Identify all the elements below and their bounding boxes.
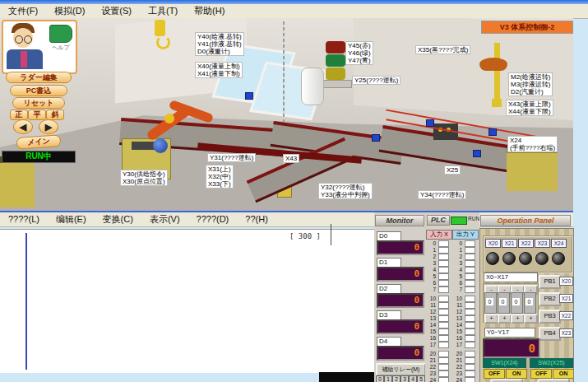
menu-item[interactable]: ????(D) (188, 212, 238, 226)
menu-item[interactable]: 帮助(H) (186, 4, 233, 18)
digit-plus-button[interactable]: + (524, 314, 538, 324)
crane-hook-icon (492, 99, 502, 107)
digit-switch-value: 0 (525, 298, 533, 305)
blue-marker (488, 128, 497, 136)
plc-x-number: 0 (426, 240, 436, 246)
push-button[interactable]: PB1 (539, 275, 561, 289)
digit-plus-button[interactable]: + (484, 314, 498, 324)
menu-item[interactable]: ????(L) (0, 212, 48, 226)
monitor-page-tab[interactable]: 0 (376, 375, 384, 382)
menu-item[interactable]: 工具(T) (140, 4, 186, 18)
left-panel-button[interactable]: リセット (12, 97, 65, 109)
scene-device-label-line: Y33(液分中判握) (321, 191, 370, 198)
scene-device-label: M2(给液运转)M3(排液运转)D2(汽重计) (508, 72, 553, 96)
menu-item[interactable]: 设置(S) (93, 4, 140, 18)
prev-arrow-button[interactable]: ◀ (13, 119, 33, 134)
menu-item[interactable]: ??(H) (237, 212, 276, 226)
plc-y-number: 10 (452, 296, 462, 301)
app-window: 文件(F)模拟(D)设置(S)工具(T)帮助(H) (0, 0, 588, 382)
digit-plus-button[interactable]: + (511, 314, 525, 324)
plc-y-number: 22 (452, 364, 462, 370)
plc-y-lamp (465, 260, 475, 267)
simulation-3d-view[interactable]: V3 体系控制御-2 Y40(给液.基转)Y41(排液.基转)D0(液重计)X4… (0, 18, 573, 212)
scene-device-label-line: Y46(绿) (348, 49, 371, 57)
ladder-cursor (331, 224, 331, 245)
digit-switch-value: 0 (512, 298, 520, 305)
glasses-icon (15, 35, 23, 44)
left-panel-button[interactable]: PC書込 (10, 85, 67, 96)
plc-x-number: 24 (426, 377, 436, 382)
menu-item[interactable]: 文件(F) (0, 4, 46, 18)
plc-x-lamp (438, 370, 449, 377)
plc-y-lamp (465, 280, 475, 286)
plc-run-label: RUN (468, 216, 479, 221)
monitor-page-tab[interactable]: 4 (409, 375, 417, 382)
monitor-page-tab[interactable]: 1 (384, 375, 392, 382)
push-button[interactable]: PB3 (539, 310, 561, 324)
push-button[interactable]: PB2 (539, 292, 561, 306)
plc-y-lamp (465, 273, 475, 280)
rotary-switch-on-label: ON (506, 369, 527, 379)
scene-device-label: X43(液量上限)X44(液量下限) (506, 100, 553, 116)
monitor-page-tab[interactable]: 5 (417, 375, 425, 382)
blue-marker (473, 150, 481, 157)
plc-y-number: 7 (452, 286, 462, 292)
scene-device-label-line: Y32(????運転) (321, 184, 370, 191)
next-arrow-button[interactable]: ▶ (39, 119, 58, 134)
rotary-switch-off-label: OFF (484, 369, 505, 379)
push-button[interactable]: PB4 (539, 327, 561, 341)
monitor-page-tab[interactable]: 2 (392, 375, 400, 382)
menu-item[interactable]: 模拟(D) (46, 4, 93, 18)
scene-device-label-line: Y45(赤) (348, 42, 371, 49)
tank (301, 68, 324, 105)
toggle-switch-knob[interactable] (502, 252, 516, 265)
plc-x-lamp (438, 286, 449, 293)
view-angle-button[interactable]: 正 (10, 109, 28, 120)
blue-marker (245, 92, 253, 100)
plc-x-number: 7 (426, 286, 436, 292)
push-button-device: X23 (559, 328, 573, 338)
scene-device-label-line: X30(原点位置) (123, 178, 165, 185)
digit-switch-label: X0~X17 (484, 273, 538, 282)
plc-x-lamp (438, 364, 449, 370)
toggle-switch-knob[interactable] (535, 252, 549, 265)
plc-output-header: 出力 Y (452, 230, 479, 240)
toggle-switch-label: X22 (518, 239, 534, 248)
toggle-switch-knob[interactable] (519, 252, 532, 265)
scene-device-label: Y32(????運転)Y33(液分中判握) (318, 183, 373, 199)
menu-item[interactable]: 变换(C) (95, 212, 141, 226)
menu-item[interactable]: 表示(V) (141, 212, 188, 226)
scene-device-label-line: D2(汽重计) (511, 88, 550, 96)
digit-plus-button[interactable]: + (498, 314, 512, 324)
scene-device-label: Y31(????運転) (207, 153, 256, 162)
ladder-edit-area[interactable]: [ 300 ] (0, 229, 375, 373)
aux-relay-button[interactable]: 補助リレー(M) (376, 363, 426, 376)
rotary-switch-knob[interactable] (537, 379, 570, 382)
rotary-switch-knob[interactable] (490, 379, 523, 382)
scene-device-label-line: X35(黑????完成) (418, 46, 468, 54)
left-panel-button[interactable]: ラダー編集 (6, 72, 72, 83)
plc-x-lamp (438, 267, 449, 273)
scene-device-label-line: Y25(????運転) (354, 77, 398, 84)
plc-y-lamp (465, 357, 475, 364)
help-book-icon (49, 25, 72, 43)
toggle-switch-knob[interactable] (486, 252, 499, 265)
plc-x-lamp (438, 315, 449, 322)
plc-y-lamp (465, 296, 475, 302)
plc-y-number: 16 (452, 335, 462, 341)
plc-y-lamp (465, 328, 475, 335)
toggle-switch-knob[interactable] (552, 252, 565, 265)
plc-x-number: 14 (426, 322, 436, 328)
plc-y-lamp (465, 267, 475, 273)
plc-panel: PLC RUN 入力 X 出力 Y 0011223344556677101011… (425, 212, 479, 382)
plc-x-lamp (438, 342, 449, 348)
plc-y-number: 23 (452, 370, 462, 376)
menu-item[interactable]: 编辑(E) (48, 212, 95, 226)
toggle-switch-label: X24 (551, 239, 567, 248)
plc-y-lamp (465, 315, 475, 322)
view-angle-button[interactable]: 平 (28, 109, 46, 120)
plc-x-lamp (438, 247, 449, 254)
plc-y-number: 0 (452, 240, 462, 246)
monitor-page-tab[interactable]: 3 (400, 375, 409, 382)
ladder-step-marker: [ 300 ] (289, 232, 321, 240)
